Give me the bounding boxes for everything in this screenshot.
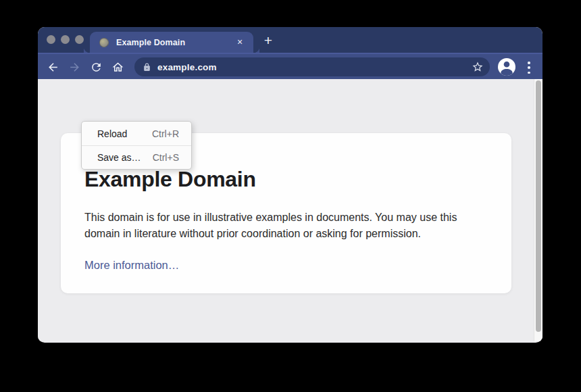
page-body-text: This domain is for use in illustrative e… [84,210,488,242]
address-bar[interactable]: example.com [134,57,490,76]
menu-item-reload[interactable]: Reload Ctrl+R [82,122,191,145]
browser-menu-icon[interactable] [526,62,532,74]
new-tab-button[interactable]: + [261,33,276,48]
scrollbar-thumb[interactable] [536,80,541,332]
navigation-toolbar: example.com [38,53,542,79]
bookmark-star-icon[interactable] [472,61,484,73]
context-menu: Reload Ctrl+R Save as… Ctrl+S [81,121,192,170]
menu-item-save-as[interactable]: Save as… Ctrl+S [82,145,191,169]
scrollbar[interactable] [534,79,542,341]
more-information-link[interactable]: More information… [84,259,179,272]
lock-icon [143,62,151,72]
back-icon[interactable] [45,59,60,74]
profile-avatar-icon[interactable] [498,58,515,76]
menu-item-label: Reload [97,128,127,139]
tab-title: Example Domain [116,38,234,47]
menu-item-shortcut: Ctrl+R [152,128,179,139]
titlebar: Example Domain × + [38,27,542,53]
zoom-window-icon[interactable] [75,35,84,44]
favicon-globe-icon [99,38,109,47]
page-heading: Example Domain [84,166,488,192]
minimize-window-icon[interactable] [61,35,70,44]
url-text[interactable]: example.com [157,62,472,72]
page-viewport: Example Domain This domain is for use in… [38,79,542,341]
window-controls [47,35,84,44]
reload-icon[interactable] [89,59,103,74]
menu-item-shortcut: Ctrl+S [153,152,179,163]
close-window-icon[interactable] [47,35,55,44]
forward-icon[interactable] [67,59,82,74]
tab-close-icon[interactable]: × [234,37,245,48]
tab-example-domain[interactable]: Example Domain × [90,32,253,53]
browser-window: Example Domain × + example.com [38,27,542,343]
menu-item-label: Save as… [97,152,141,163]
home-icon[interactable] [110,59,125,74]
